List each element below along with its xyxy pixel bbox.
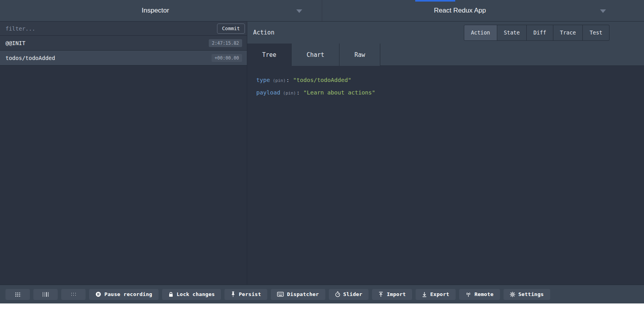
button-label: Settings — [518, 291, 544, 297]
button-label: Slider — [343, 291, 363, 297]
button-label: Lock changes — [177, 291, 215, 297]
action-tree-content: type(pin):"todos/todoAdded" payload(pin)… — [247, 66, 644, 285]
pin-link[interactable]: (pin) — [283, 91, 296, 96]
tab-state[interactable]: State — [497, 25, 527, 41]
active-tab-accent-bar — [415, 0, 455, 2]
detail-header: Action Action State Diff Trace Test — [247, 22, 644, 44]
button-label: Dispatcher — [287, 291, 319, 297]
tree-row-type: type(pin):"todos/todoAdded" — [256, 74, 644, 87]
panel-layout-button-3[interactable] — [61, 289, 86, 300]
filter-row: Commit — [0, 22, 247, 36]
upload-icon — [378, 292, 383, 297]
action-list-item[interactable]: @@INIT 2:47:15.82 — [0, 36, 247, 51]
keyboard-icon — [277, 292, 284, 297]
lock-changes-button[interactable]: Lock changes — [162, 289, 221, 300]
bottom-toolbar: Pause recording Lock changes Persist Dis… — [0, 285, 644, 303]
pin-link[interactable]: (pin) — [273, 78, 286, 83]
slider-button[interactable]: Slider — [329, 289, 369, 300]
tab-diff[interactable]: Diff — [526, 25, 553, 41]
tab-action[interactable]: Action — [464, 25, 497, 41]
chevron-down-icon — [296, 9, 302, 13]
settings-button[interactable]: Settings — [504, 289, 550, 300]
action-timestamp-badge: 2:47:15.82 — [209, 39, 242, 47]
action-list-item-selected[interactable]: todos/todoAdded +00:00.00 — [0, 51, 247, 65]
tab-trace[interactable]: Trace — [553, 25, 583, 41]
detail-title: Action — [253, 29, 274, 36]
pin-icon — [231, 291, 235, 297]
gear-icon — [510, 292, 515, 297]
button-label: Remote — [474, 291, 494, 297]
remote-button[interactable]: Remote — [459, 289, 500, 300]
main-area: Commit @@INIT 2:47:15.82 todos/todoAdded… — [0, 22, 644, 285]
action-list-empty-area — [0, 65, 247, 285]
page-background-strip — [0, 303, 644, 316]
tree-value: "Learn about actions" — [303, 89, 375, 96]
instance-dropdown-label: React Redux App — [434, 7, 486, 15]
stopwatch-icon — [335, 291, 340, 297]
persist-button[interactable]: Persist — [224, 289, 267, 300]
tree-row-payload: payload(pin):"Learn about actions" — [256, 87, 644, 99]
monitor-dropdown[interactable]: Inspector — [0, 0, 322, 21]
monitor-dropdown-label: Inspector — [142, 7, 169, 15]
redux-devtools-window: Inspector React Redux App Commit @@INIT … — [0, 0, 644, 316]
tree-colon: : — [286, 77, 290, 83]
tree-key: type — [256, 77, 270, 83]
action-name: @@INIT — [5, 40, 26, 46]
filter-input[interactable] — [5, 25, 217, 32]
subtab-raw[interactable]: Raw — [339, 44, 380, 66]
button-label: Import — [387, 291, 406, 297]
instance-dropdown[interactable]: React Redux App — [322, 0, 644, 21]
detail-tab-group: Action State Diff Trace Test — [464, 25, 609, 41]
tree-colon: : — [296, 89, 300, 96]
panel-layout-button-2[interactable] — [33, 289, 58, 300]
grid-lines-icon — [43, 292, 49, 297]
export-button[interactable]: Export — [416, 289, 456, 300]
lock-icon — [168, 292, 173, 297]
pause-recording-button[interactable]: Pause recording — [89, 289, 159, 300]
action-name: todos/todoAdded — [5, 55, 55, 61]
dispatcher-button[interactable]: Dispatcher — [271, 289, 325, 300]
top-header: Inspector React Redux App — [0, 0, 644, 22]
subtab-chart[interactable]: Chart — [292, 44, 339, 66]
chevron-down-icon — [600, 9, 606, 13]
tab-test[interactable]: Test — [582, 25, 609, 41]
tree-key: payload — [256, 89, 280, 96]
grid-dots-icon — [15, 292, 21, 297]
button-label: Export — [430, 291, 449, 297]
pause-icon — [95, 291, 101, 297]
action-timestamp-badge: +00:00.00 — [212, 54, 242, 62]
subtab-tree[interactable]: Tree — [247, 44, 292, 66]
view-subtab-group: Tree Chart Raw — [247, 44, 644, 66]
commit-button[interactable]: Commit — [217, 24, 245, 34]
import-button[interactable]: Import — [372, 289, 412, 300]
panel-layout-button-1[interactable] — [5, 289, 30, 300]
antenna-icon — [465, 292, 471, 297]
download-icon — [422, 292, 427, 297]
tree-value: "todos/todoAdded" — [293, 77, 351, 83]
button-label: Persist — [239, 291, 261, 297]
inspector-detail-panel: Action Action State Diff Trace Test Tree… — [247, 22, 644, 285]
button-label: Pause recording — [104, 291, 152, 297]
action-list-panel: Commit @@INIT 2:47:15.82 todos/todoAdded… — [0, 22, 247, 285]
grid-sparse-icon — [71, 292, 77, 297]
